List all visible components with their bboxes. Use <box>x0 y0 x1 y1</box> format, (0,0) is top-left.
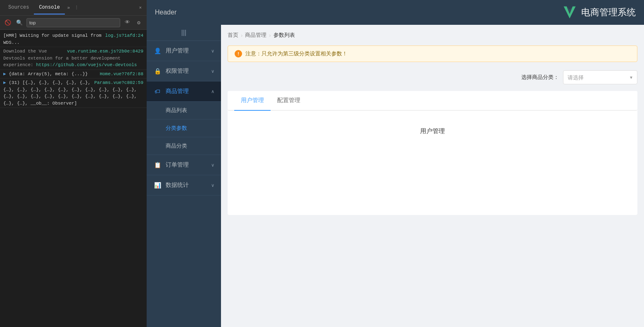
log-arrow-4[interactable]: ▶ <box>3 80 9 85</box>
sidebar-sub-item-category-params[interactable]: 分类参数 <box>147 119 221 137</box>
sidebar-label-user: 用户管理 <box>166 47 211 55</box>
sidebar-label-order: 订单管理 <box>166 161 211 169</box>
log-link-3[interactable]: Home.vue?76f2:88 <box>100 71 143 78</box>
filter-label: 选择商品分类： <box>521 74 559 81</box>
sidebar-item-permission[interactable]: 🔒 权限管理 ∨ <box>147 61 221 81</box>
sidebar-sub-item-product-category[interactable]: 商品分类 <box>147 137 221 155</box>
log-entry-1: log.js?1afd:24 [HMR] Waiting for update … <box>0 31 147 47</box>
log-entry-3: Home.vue?76f2:88 ▶ {data: Array(5), meta… <box>0 70 147 79</box>
sidebar-item-product[interactable]: 🏷 商品管理 ∧ <box>147 81 221 102</box>
sidebar-sub-label-product-category: 商品分类 <box>166 142 187 150</box>
breadcrumb-sep-2: › <box>269 32 271 38</box>
log-link-1[interactable]: log.js?1afd:24 <box>105 32 143 39</box>
category-select[interactable]: 请选择 <box>563 70 637 84</box>
eye-button[interactable]: 👁 <box>123 18 132 27</box>
sidebar: ||| 👤 用户管理 ∨ 🔒 权限管理 ∨ 🏷 商品管理 ∧ 商品列表 <box>147 25 221 327</box>
sidebar-item-user-management[interactable]: 👤 用户管理 ∨ <box>147 41 221 61</box>
devtools-toolbar: 🚫 🔍 👁 ⚙ <box>0 16 147 30</box>
console-filter-input[interactable] <box>26 18 120 27</box>
chevron-right-icon-4: ∨ <box>211 183 214 188</box>
devtools-close-button[interactable]: × <box>137 4 143 12</box>
log-link-4[interactable]: Params.vue?c802:59 <box>94 79 143 86</box>
sidebar-label-stats: 数据统计 <box>166 181 211 189</box>
page-header-label: Header <box>155 9 176 16</box>
filter-row: 选择商品分类： 请选择 <box>228 70 637 84</box>
product-icon: 🏷 <box>153 87 162 95</box>
log-entry-2: Download vue.runtime.esm.js?2b0e:8429 th… <box>0 47 147 70</box>
alert-warning: ! 注意：只允许为第三级分类设置相关参数！ <box>228 45 637 62</box>
sidebar-label-product: 商品管理 <box>166 88 211 95</box>
sidebar-label-permission: 权限管理 <box>166 67 211 75</box>
log-entry-4: Params.vue?c802:59 ▶ (31) [{…}, {…}, {…}… <box>0 79 147 108</box>
body-container: ||| 👤 用户管理 ∨ 🔒 权限管理 ∨ 🏷 商品管理 ∧ 商品列表 <box>147 25 644 327</box>
chevron-right-icon-0: ∨ <box>211 48 214 54</box>
vuetify-logo-icon <box>562 5 577 20</box>
log-link-2[interactable]: vue.runtime.esm.js?2b0e:8429 <box>67 48 143 55</box>
main-content: 首页 › 商品管理 › 参数列表 ! 注意：只允许为第三级分类设置相关参数！ 选… <box>221 25 644 327</box>
category-select-wrapper: 请选择 <box>563 70 637 84</box>
breadcrumb-product[interactable]: 商品管理 <box>245 31 266 39</box>
devtools-more-button[interactable]: » <box>65 4 73 12</box>
content-main-text: 用户管理 <box>420 127 445 134</box>
sidebar-item-order[interactable]: 📋 订单管理 ∨ <box>147 155 221 175</box>
log-arrow-3[interactable]: ▶ <box>3 72 9 76</box>
chevron-right-icon-3: ∨ <box>211 162 214 168</box>
lock-icon: 🔒 <box>153 67 162 75</box>
chevron-right-icon-1: ∨ <box>211 69 214 74</box>
tab-user-management[interactable]: 用户管理 <box>234 91 271 111</box>
breadcrumb-current: 参数列表 <box>273 31 295 39</box>
sidebar-collapse-button[interactable]: ||| <box>147 25 221 41</box>
sidebar-sub-label-category-params: 分类参数 <box>166 124 187 132</box>
tab-config-management[interactable]: 配置管理 <box>271 91 307 111</box>
devtools-options-button[interactable]: ⋮ <box>72 4 81 12</box>
devtools-panel: Sources Console » ⋮ × 🚫 🔍 👁 ⚙ log.js?1af… <box>0 0 147 327</box>
content-card: 用户管理 配置管理 用户管理 <box>228 91 637 215</box>
app-container: Header 电商管理系统 ||| 👤 用户管理 ∨ 🔒 权限管理 <box>147 0 644 327</box>
content-body: 用户管理 <box>228 111 637 143</box>
breadcrumb: 首页 › 商品管理 › 参数列表 <box>228 31 637 39</box>
order-icon: 📋 <box>153 161 162 169</box>
sidebar-item-stats[interactable]: 📊 数据统计 ∨ <box>147 175 221 196</box>
stats-icon: 📊 <box>153 181 162 189</box>
breadcrumb-home[interactable]: 首页 <box>228 31 238 39</box>
tab-sources[interactable]: Sources <box>3 1 34 14</box>
chevron-down-icon-2: ∧ <box>211 89 214 94</box>
top-bar-logo: 电商管理系统 <box>562 5 636 20</box>
devtools-log-area: log.js?1afd:24 [HMR] Waiting for update … <box>0 30 147 327</box>
filter-toggle-button[interactable]: 🔍 <box>15 18 24 27</box>
user-icon: 👤 <box>153 47 162 55</box>
tabs-container: 用户管理 配置管理 <box>228 91 637 111</box>
settings-button[interactable]: ⚙ <box>134 18 143 27</box>
alert-message: 注意：只允许为第三级分类设置相关参数！ <box>245 50 347 57</box>
sidebar-sub-label-product-list: 商品列表 <box>166 107 187 114</box>
warning-icon: ! <box>235 50 242 57</box>
top-bar: Header 电商管理系统 <box>147 0 644 25</box>
tab-console[interactable]: Console <box>34 1 64 14</box>
clear-console-button[interactable]: 🚫 <box>3 18 12 27</box>
devtools-tabs-bar: Sources Console » ⋮ × <box>0 0 147 16</box>
app-title: 电商管理系统 <box>581 6 636 19</box>
breadcrumb-sep-1: › <box>241 32 242 38</box>
sidebar-sub-item-product-list[interactable]: 商品列表 <box>147 102 221 119</box>
